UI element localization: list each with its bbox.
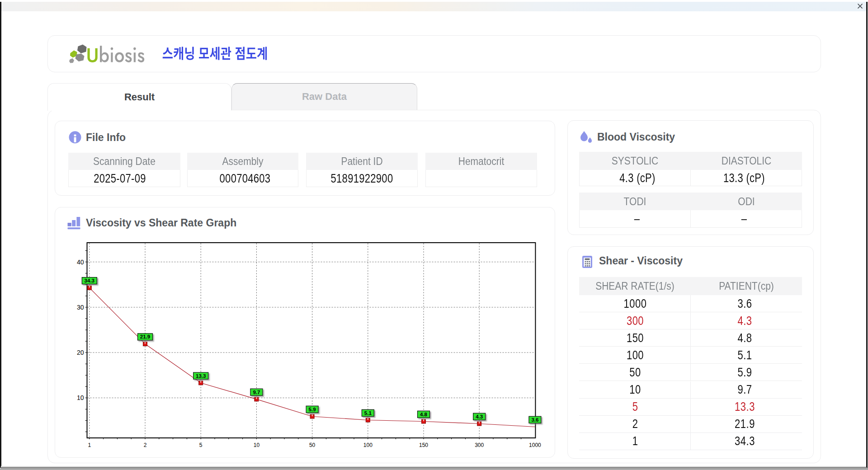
svg-text:10: 10 — [254, 442, 260, 448]
svg-text:300: 300 — [475, 442, 484, 448]
svg-text:9.7: 9.7 — [253, 390, 260, 395]
svg-text:1: 1 — [88, 442, 91, 448]
svg-text:2: 2 — [144, 442, 147, 448]
svg-text:10: 10 — [77, 394, 84, 401]
svg-text:5.1: 5.1 — [364, 410, 372, 416]
svg-text:150: 150 — [419, 442, 428, 448]
svg-text:5.9: 5.9 — [309, 407, 316, 412]
svg-text:34.3: 34.3 — [85, 278, 94, 283]
svg-text:3.6: 3.6 — [531, 417, 538, 423]
svg-text:4.8: 4.8 — [420, 412, 428, 417]
svg-text:20: 20 — [77, 349, 84, 356]
svg-text:4.3: 4.3 — [476, 414, 483, 419]
svg-text:1000: 1000 — [529, 442, 541, 448]
svg-text:40: 40 — [77, 258, 84, 266]
svg-text:21.9: 21.9 — [140, 334, 150, 339]
svg-text:50: 50 — [309, 442, 316, 448]
svg-text:100: 100 — [363, 442, 373, 448]
svg-text:13.3: 13.3 — [196, 373, 206, 379]
svg-text:5: 5 — [199, 442, 203, 448]
svg-text:30: 30 — [77, 304, 84, 311]
